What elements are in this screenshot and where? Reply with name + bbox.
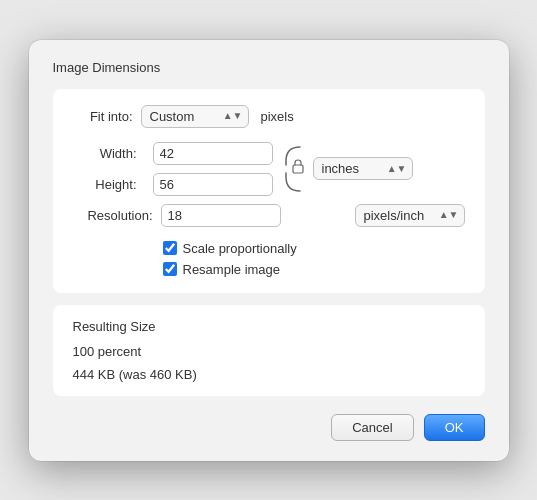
dimensions-area: Width: Height:: [73, 142, 465, 196]
resolution-label: Resolution:: [73, 208, 153, 223]
result-size: 444 KB (was 460 KB): [73, 367, 465, 382]
fit-into-row: Fit into: Custom Original Size 2x 1x ▲▼ …: [73, 105, 465, 128]
fit-select-wrapper: Custom Original Size 2x 1x ▲▼: [141, 105, 249, 128]
unit-select[interactable]: inches cm mm points picas: [313, 157, 413, 180]
result-section-title: Resulting Size: [73, 319, 465, 334]
resample-label: Resample image: [183, 262, 281, 277]
svg-rect-0: [293, 165, 303, 173]
form-section: Fit into: Custom Original Size 2x 1x ▲▼ …: [53, 89, 485, 293]
fit-label: Fit into:: [73, 109, 133, 124]
unit-select-wrapper: inches cm mm points picas ▲▼: [313, 157, 413, 180]
checkboxes-area: Scale proportionally Resample image: [73, 241, 465, 277]
resolution-row: Resolution: pixels/inch pixels/cm ▲▼: [73, 204, 465, 227]
image-dimensions-dialog: Image Dimensions Fit into: Custom Origin…: [29, 40, 509, 461]
cancel-button[interactable]: Cancel: [331, 414, 413, 441]
resolution-unit-wrapper: pixels/inch pixels/cm ▲▼: [355, 204, 465, 227]
dialog-title: Image Dimensions: [53, 60, 485, 75]
scale-label: Scale proportionally: [183, 241, 297, 256]
result-percent: 100 percent: [73, 344, 465, 359]
scale-checkbox[interactable]: [163, 241, 177, 255]
width-input[interactable]: [153, 142, 273, 165]
resample-checkbox-row: Resample image: [163, 262, 465, 277]
ok-button[interactable]: OK: [424, 414, 485, 441]
button-row: Cancel OK: [53, 414, 485, 441]
lock-bracket[interactable]: [279, 143, 307, 195]
fit-pixels-label: pixels: [261, 109, 294, 124]
wh-fields: Width: Height:: [73, 142, 273, 196]
height-label: Height:: [73, 177, 145, 192]
resolution-input[interactable]: [161, 204, 281, 227]
resolution-unit-select[interactable]: pixels/inch pixels/cm: [355, 204, 465, 227]
width-label: Width:: [73, 146, 145, 161]
resample-checkbox[interactable]: [163, 262, 177, 276]
scale-checkbox-row: Scale proportionally: [163, 241, 465, 256]
height-row: Height:: [73, 173, 273, 196]
resulting-size-section: Resulting Size 100 percent 444 KB (was 4…: [53, 305, 485, 396]
width-row: Width:: [73, 142, 273, 165]
fit-select[interactable]: Custom Original Size 2x 1x: [141, 105, 249, 128]
height-input[interactable]: [153, 173, 273, 196]
